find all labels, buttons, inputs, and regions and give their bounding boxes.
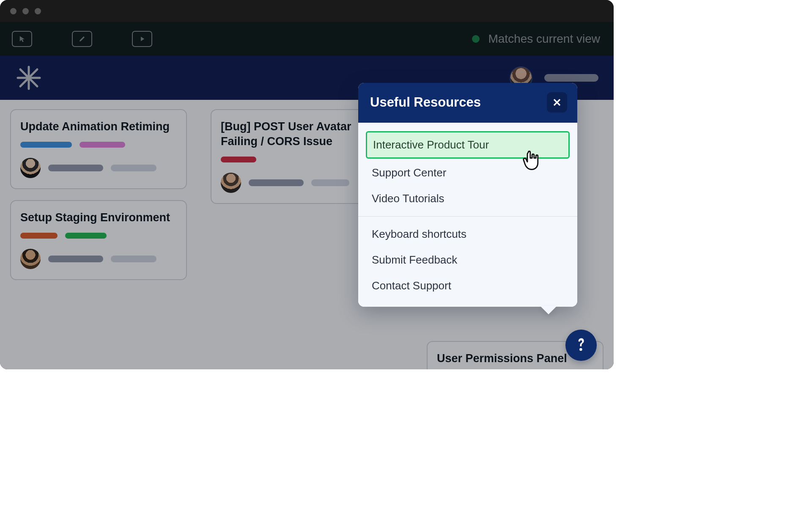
menu-item-keyboard-shortcuts[interactable]: Keyboard shortcuts xyxy=(366,223,570,246)
status-text: Matches current view xyxy=(488,32,600,46)
meta-placeholder xyxy=(48,256,103,262)
assignee-avatar[interactable] xyxy=(221,173,241,193)
board-column-left: Update Animation Retiming Setup Staging … xyxy=(10,109,187,369)
menu-item-submit-feedback[interactable]: Submit Feedback xyxy=(366,248,570,272)
card-meta xyxy=(20,249,177,269)
status-dot-icon xyxy=(472,35,480,43)
cursor-icon xyxy=(18,35,26,43)
tag xyxy=(20,142,72,148)
svg-point-6 xyxy=(579,348,582,351)
meta-placeholder xyxy=(249,179,304,186)
close-icon xyxy=(552,97,562,107)
card-title: Setup Staging Environment xyxy=(20,210,177,225)
pointer-cursor-icon xyxy=(520,148,543,171)
edit-tool-button[interactable] xyxy=(72,31,92,47)
card-meta xyxy=(20,158,177,178)
tag xyxy=(221,157,256,162)
question-icon xyxy=(575,337,587,354)
popover-arrow xyxy=(540,306,557,314)
popover-close-button[interactable] xyxy=(547,92,567,113)
select-tool-button[interactable] xyxy=(12,31,32,47)
card-tags xyxy=(20,142,177,148)
kanban-board: Update Animation Retiming Setup Staging … xyxy=(0,100,614,369)
assignee-avatar[interactable] xyxy=(20,249,41,269)
popover-title: Useful Resources xyxy=(370,95,481,110)
tag xyxy=(20,233,58,239)
app-logo[interactable] xyxy=(15,64,42,91)
play-tool-button[interactable] xyxy=(132,31,152,47)
meta-placeholder xyxy=(111,165,156,171)
assignee-avatar[interactable] xyxy=(20,158,41,178)
meta-placeholder xyxy=(111,256,156,262)
popover-header: Useful Resources xyxy=(358,83,577,123)
play-icon xyxy=(138,35,146,43)
browser-window: Matches current view Update Animation xyxy=(0,0,614,369)
card[interactable]: Setup Staging Environment xyxy=(10,200,187,280)
editor-toolbar: Matches current view xyxy=(0,22,614,56)
card-tags xyxy=(20,233,177,239)
card-tags xyxy=(221,157,377,162)
window-dot-close[interactable] xyxy=(10,8,16,14)
starburst-icon xyxy=(15,64,42,91)
popover-menu-group-2: Keyboard shortcuts Submit Feedback Conta… xyxy=(366,223,570,297)
card-title: [Bug] POST User Avatar Failing / CORS Is… xyxy=(221,119,377,149)
tag xyxy=(80,142,125,148)
window-dot-max[interactable] xyxy=(35,8,41,14)
meta-placeholder xyxy=(48,165,103,171)
popover-body: Interactive Product Tour Support Center … xyxy=(358,123,577,307)
meta-placeholder xyxy=(311,179,349,186)
user-name-placeholder xyxy=(544,74,598,82)
menu-item-contact-support[interactable]: Contact Support xyxy=(366,274,570,297)
menu-divider xyxy=(358,216,577,217)
pencil-icon xyxy=(78,35,86,43)
window-dot-min[interactable] xyxy=(22,8,29,14)
window-titlebar xyxy=(0,0,614,22)
help-launcher-button[interactable] xyxy=(565,330,597,361)
card[interactable]: Update Animation Retiming xyxy=(10,109,187,189)
menu-item-video-tutorials[interactable]: Video Tutorials xyxy=(366,187,570,210)
card-title: Update Animation Retiming xyxy=(20,119,177,134)
help-popover: Useful Resources Interactive Product Tou… xyxy=(358,83,577,307)
view-status: Matches current view xyxy=(472,32,600,46)
card-meta xyxy=(221,173,377,193)
tag xyxy=(65,233,107,239)
